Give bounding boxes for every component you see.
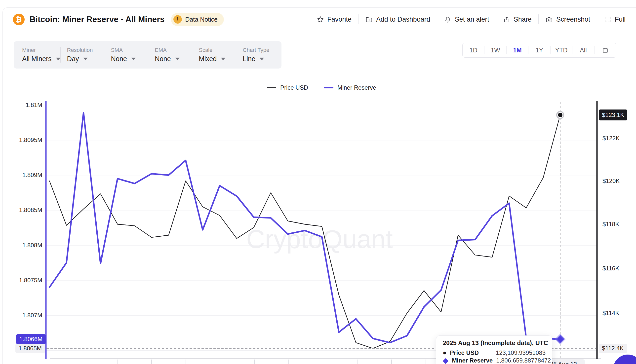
resolution-dropdown[interactable]: Resolution Day (67, 47, 104, 63)
data-notice-label: Data Notice (185, 16, 218, 23)
legend-miner-reserve-label: Miner Reserve (337, 84, 376, 91)
range-1w[interactable]: 1W (484, 46, 506, 54)
chart-type-value: Line (243, 55, 255, 63)
sma-value: None (111, 55, 127, 63)
tooltip-miner-reserve-name: Miner Reserve (452, 357, 493, 364)
tooltip-row-price: ● Price USD 123,109.93951083 (443, 349, 545, 356)
chevron-down-icon (131, 58, 136, 60)
sma-dropdown[interactable]: SMA None (111, 47, 148, 63)
diamond-marker-icon: ◆ (443, 357, 448, 364)
miner-reserve-last-value-badge: 1.8066M (16, 334, 46, 344)
y-axis-tick-label: $116K (602, 265, 619, 272)
favorite-label: Favorite (327, 16, 352, 23)
chevron-down-icon (175, 58, 180, 60)
y-axis-tick-label: 1.8085M (19, 206, 42, 214)
miner-value: All Miners (22, 55, 52, 63)
legend-item-miner-reserve[interactable]: Miner Reserve (324, 84, 376, 91)
favorite-button[interactable]: Favorite (317, 16, 352, 23)
scale-value: Mixed (199, 55, 217, 63)
expand-icon (604, 16, 611, 23)
resolution-label: Resolution (67, 47, 104, 54)
share-button[interactable]: Share (503, 16, 532, 23)
bitcoin-icon: ₿ (13, 14, 25, 25)
y-axis-tick-label: $114K (602, 310, 619, 316)
price-usd-line (50, 115, 560, 348)
filter-divider (192, 47, 192, 62)
tooltip-date-title: 2025 Aug 13 (Incomplete data), UTC (443, 340, 545, 346)
crosshair-reserve-badge: 1.8065M (16, 344, 45, 353)
screenshot-label: Screenshot (556, 16, 590, 23)
toolbar-divider (358, 14, 358, 24)
chevron-down-icon (83, 58, 88, 60)
data-notice-badge[interactable]: ! Data Notice (171, 13, 224, 26)
circle-marker-icon: ● (443, 350, 446, 356)
range-all[interactable]: All (572, 46, 594, 54)
add-to-dashboard-label: Add to Dashboard (376, 16, 430, 23)
sma-label: SMA (111, 47, 148, 54)
y-axis-tick-label: 1.808M (22, 242, 42, 249)
ema-label: EMA (155, 47, 192, 54)
range-1y[interactable]: 1Y (528, 46, 550, 54)
scale-dropdown[interactable]: Scale Mixed (199, 47, 236, 63)
y-axis-tick-label: $122K (602, 135, 619, 142)
page-title: Bitcoin: Miner Reserve - All Miners (30, 15, 165, 24)
range-1d[interactable]: 1D (463, 46, 484, 54)
price-last-point-marker (558, 113, 562, 117)
chart-tooltip: 2025 Aug 13 (Incomplete data), UTC ● Pri… (436, 336, 552, 364)
legend-item-price[interactable]: Price USD (267, 84, 308, 91)
range-1m[interactable]: 1M (506, 46, 528, 54)
ema-dropdown[interactable]: EMA None (155, 47, 192, 63)
y-axis-tick-label: 1.807M (22, 312, 42, 319)
y-axis-tick-label: $120K (602, 178, 619, 184)
y-axis-tick-label: $118K (602, 221, 619, 228)
star-icon (317, 16, 324, 23)
bell-icon (444, 16, 452, 23)
set-alert-button[interactable]: Set an alert (444, 16, 489, 23)
scale-label: Scale (199, 47, 236, 54)
chart-type-dropdown[interactable]: Chart Type Line (243, 47, 280, 63)
miner-dropdown[interactable]: Miner All Miners (22, 47, 60, 63)
filter-divider (104, 47, 104, 62)
crosshair-price-badge: $112.4K (599, 344, 627, 353)
toolbar-divider (597, 14, 597, 24)
folder-plus-icon (365, 16, 373, 23)
legend-price-label: Price USD (280, 84, 308, 91)
y-axis-tick-label: 1.8075M (19, 277, 42, 284)
tooltip-row-miner-reserve: ◆ Miner Reserve 1,806,659.88778472 (443, 356, 545, 364)
resolution-value: Day (67, 55, 79, 63)
set-alert-label: Set an alert (455, 16, 489, 23)
price-line-swatch (267, 88, 276, 88)
toolbar-divider (538, 14, 539, 24)
toolbar: Favorite Add to Dashboard Set an alert S… (317, 12, 625, 26)
range-ytd[interactable]: YTD (550, 46, 572, 54)
custom-date-range-button[interactable] (594, 46, 616, 54)
tooltip-price-value: 123,109.93951083 (496, 349, 545, 356)
chart-settings-bar: Miner All Miners Resolution Day SMA None… (14, 41, 281, 68)
y-axis-tick-label: 1.81M (26, 102, 42, 108)
y-axis-tick-label: 1.8095M (19, 136, 42, 144)
chevron-down-icon (56, 58, 60, 60)
miner-reserve-last-point-marker (556, 335, 564, 344)
chevron-down-icon (221, 58, 225, 60)
filter-divider (148, 47, 148, 62)
share-icon (503, 16, 510, 23)
legend: Price USD Miner Reserve (46, 84, 597, 92)
filter-divider (236, 47, 236, 62)
toolbar-divider (437, 14, 437, 24)
header: ₿ Bitcoin: Miner Reserve - All Miners ! … (13, 12, 224, 26)
chevron-down-icon (260, 58, 264, 60)
fullscreen-button[interactable]: Full (604, 16, 625, 23)
tooltip-miner-reserve-value: 1,806,659.88778472 (496, 357, 551, 364)
fullscreen-label: Full (615, 16, 625, 23)
miner-reserve-line (50, 113, 560, 343)
ema-value: None (155, 55, 171, 63)
tooltip-price-name: Price USD (450, 349, 479, 356)
y-axis-tick-label: 1.809M (22, 172, 42, 178)
warning-icon: ! (173, 15, 182, 24)
screenshot-button[interactable]: Screenshot (545, 16, 590, 23)
toolbar-divider (496, 14, 496, 24)
camera-icon (545, 16, 553, 23)
add-to-dashboard-button[interactable]: Add to Dashboard (365, 16, 430, 23)
calendar-icon (602, 47, 609, 54)
miner-reserve-line-swatch (324, 87, 333, 88)
